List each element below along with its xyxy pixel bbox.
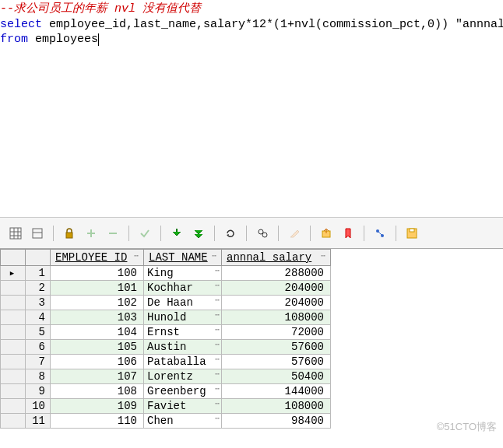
watermark: ©51CTO博客 xyxy=(437,420,497,434)
cell-annual-salary[interactable]: 50400 xyxy=(222,369,331,384)
table-row[interactable]: 11110Chen⋯98400 xyxy=(1,414,331,429)
cell-employee-id[interactable]: 106 xyxy=(51,355,144,369)
cell-last-name[interactable]: Faviet⋯ xyxy=(144,399,222,414)
remove-row-button xyxy=(104,224,122,243)
row-marker[interactable] xyxy=(1,369,26,384)
find-button[interactable] xyxy=(253,224,272,243)
row-number[interactable]: 4 xyxy=(26,310,51,325)
cell-last-name[interactable]: Hunold⋯ xyxy=(144,310,222,325)
text-cursor xyxy=(98,33,99,46)
cell-last-name[interactable]: Ernst⋯ xyxy=(144,325,222,340)
grid-view-button[interactable] xyxy=(6,224,25,243)
cell-last-name[interactable]: De Haan⋯ xyxy=(144,296,222,310)
cell-employee-id[interactable]: 110 xyxy=(51,414,144,429)
grid-rownum-header[interactable] xyxy=(26,250,51,266)
grid-header-row: EMPLOYEE_ID⋯ LAST_NAME⋯ annnal salary⋯ xyxy=(1,250,331,266)
column-header-employee-id[interactable]: EMPLOYEE_ID⋯ xyxy=(51,250,144,266)
cell-last-name[interactable]: Greenberg⋯ xyxy=(144,384,222,399)
table-row[interactable]: 10109Faviet⋯108000 xyxy=(1,399,331,414)
cell-employee-id[interactable]: 107 xyxy=(51,369,144,384)
cell-employee-id[interactable]: 102 xyxy=(51,296,144,310)
svg-rect-5 xyxy=(33,229,42,238)
export-button[interactable] xyxy=(317,224,336,243)
single-record-button[interactable] xyxy=(28,224,47,243)
cell-annual-salary[interactable]: 204000 xyxy=(222,281,331,296)
row-number[interactable]: 5 xyxy=(26,325,51,340)
table-row[interactable]: 9108Greenberg⋯144000 xyxy=(1,384,331,399)
table-row[interactable]: 6105Austin⋯57600 xyxy=(1,340,331,355)
bookmark-button[interactable] xyxy=(339,224,357,243)
row-number[interactable]: 7 xyxy=(26,355,51,369)
cell-employee-id[interactable]: 104 xyxy=(51,325,144,340)
row-number[interactable]: 2 xyxy=(26,281,51,296)
row-marker[interactable] xyxy=(1,325,26,340)
results-grid: EMPLOYEE_ID⋯ LAST_NAME⋯ annnal salary⋯ ▶… xyxy=(0,249,331,429)
cell-annual-salary[interactable]: 288000 xyxy=(222,266,331,281)
cell-annual-salary[interactable]: 144000 xyxy=(222,384,331,399)
sql-from-keyword: from xyxy=(0,33,28,46)
table-row[interactable]: 5104Ernst⋯72000 xyxy=(1,325,331,340)
row-number[interactable]: 1 xyxy=(26,266,51,281)
row-marker[interactable]: ▶ xyxy=(1,266,26,281)
cell-employee-id[interactable]: 109 xyxy=(51,399,144,414)
results-grid-container[interactable]: EMPLOYEE_ID⋯ LAST_NAME⋯ annnal salary⋯ ▶… xyxy=(0,249,503,429)
row-number[interactable]: 10 xyxy=(26,399,51,414)
svg-rect-7 xyxy=(66,233,72,238)
toolbar-separator xyxy=(310,226,311,241)
cell-annual-salary[interactable]: 108000 xyxy=(222,310,331,325)
sql-editor[interactable]: --求公司员工的年薪 nvl 没有值代替 select employee_id,… xyxy=(0,0,503,218)
row-number[interactable]: 3 xyxy=(26,296,51,310)
cell-annual-salary[interactable]: 57600 xyxy=(222,340,331,355)
cell-last-name[interactable]: Lorentz⋯ xyxy=(144,369,222,384)
cell-employee-id[interactable]: 105 xyxy=(51,340,144,355)
commit-button xyxy=(135,224,154,243)
cell-employee-id[interactable]: 101 xyxy=(51,281,144,296)
row-number[interactable]: 8 xyxy=(26,369,51,384)
cell-last-name[interactable]: Chen⋯ xyxy=(144,414,222,429)
lock-button[interactable] xyxy=(60,224,79,243)
column-header-last-name[interactable]: LAST_NAME⋯ xyxy=(144,250,222,266)
cell-last-name[interactable]: Pataballa⋯ xyxy=(144,355,222,369)
sql-select-keyword: select xyxy=(0,18,42,31)
cell-annual-salary[interactable]: 72000 xyxy=(222,325,331,340)
toolbar-separator xyxy=(246,226,247,241)
cell-last-name[interactable]: King⋯ xyxy=(144,266,222,281)
table-row[interactable]: 7106Pataballa⋯57600 xyxy=(1,355,331,369)
sql-comment: --求公司员工的年薪 nvl 没有值代替 xyxy=(0,2,201,16)
row-marker[interactable] xyxy=(1,384,26,399)
table-row[interactable]: ▶1100King⋯288000 xyxy=(1,266,331,281)
svg-point-13 xyxy=(262,233,267,237)
table-row[interactable]: 3102De Haan⋯204000 xyxy=(1,296,331,310)
cell-annual-salary[interactable]: 57600 xyxy=(222,355,331,369)
link-button[interactable] xyxy=(371,224,389,243)
cell-annual-salary[interactable]: 98400 xyxy=(222,414,331,429)
table-row[interactable]: 8107Lorentz⋯50400 xyxy=(1,369,331,384)
toolbar-separator xyxy=(128,226,129,241)
cell-employee-id[interactable]: 108 xyxy=(51,384,144,399)
cell-employee-id[interactable]: 100 xyxy=(51,266,144,281)
fetch-next-button[interactable] xyxy=(167,224,186,243)
cell-last-name[interactable]: Austin⋯ xyxy=(144,340,222,355)
refresh-button[interactable] xyxy=(221,224,240,243)
row-marker[interactable] xyxy=(1,355,26,369)
table-row[interactable]: 2101Kochhar⋯204000 xyxy=(1,281,331,296)
cell-last-name[interactable]: Kochhar⋯ xyxy=(144,281,222,296)
results-toolbar xyxy=(0,218,503,249)
row-marker[interactable] xyxy=(1,296,26,310)
cell-annual-salary[interactable]: 108000 xyxy=(222,399,331,414)
row-number[interactable]: 11 xyxy=(26,414,51,429)
row-marker[interactable] xyxy=(1,414,26,429)
row-number[interactable]: 6 xyxy=(26,340,51,355)
cell-employee-id[interactable]: 103 xyxy=(51,310,144,325)
row-marker[interactable] xyxy=(1,399,26,414)
toolbar-separator xyxy=(364,226,364,241)
row-marker[interactable] xyxy=(1,310,26,325)
cell-annual-salary[interactable]: 204000 xyxy=(222,296,331,310)
save-button[interactable] xyxy=(403,224,421,243)
fetch-all-button[interactable] xyxy=(189,224,208,243)
column-header-annual-salary[interactable]: annnal salary⋯ xyxy=(222,250,331,266)
row-marker[interactable] xyxy=(1,281,26,296)
row-number[interactable]: 9 xyxy=(26,384,51,399)
table-row[interactable]: 4103Hunold⋯108000 xyxy=(1,310,331,325)
row-marker[interactable] xyxy=(1,340,26,355)
